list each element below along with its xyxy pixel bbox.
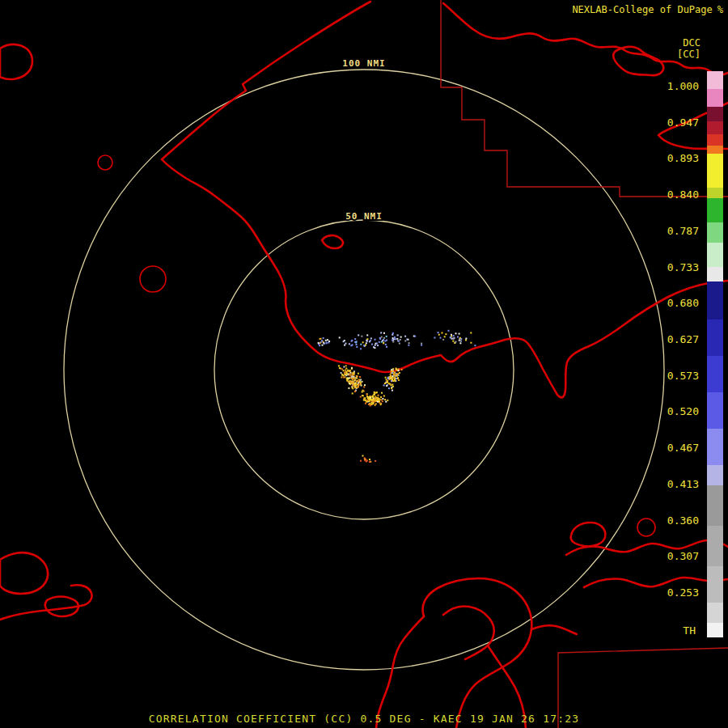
radar-echoes [318, 330, 476, 463]
colorbar-segment [707, 89, 723, 107]
colorbar [707, 71, 723, 637]
coastline [566, 540, 728, 555]
site-title-row: NEXLAB-College of DuPage% [572, 4, 723, 15]
coastline [571, 523, 606, 546]
coastline [376, 616, 424, 728]
colorbar-segment [707, 566, 723, 603]
colorbar-threshold-label: TH [683, 624, 696, 637]
colorbar-segment [707, 146, 723, 154]
colorbar-segment [707, 603, 723, 623]
coastline [322, 235, 343, 248]
colorbar-segment [707, 623, 723, 637]
colorbar-segment [707, 154, 723, 188]
colorbar-segment [707, 222, 723, 243]
colorbar-segment [707, 198, 723, 222]
range-ring-label: 50 NMI [345, 211, 383, 222]
range-ring-50nmi [214, 220, 514, 519]
colorbar-segment [707, 392, 723, 429]
radar-map-canvas: 100 NMI50 NMI [0, 0, 728, 728]
title-mark: % [717, 4, 723, 15]
range-ring-label: 100 NMI [342, 58, 385, 69]
coastline [505, 281, 728, 397]
colorbar-segment [707, 465, 723, 485]
colorbar-segment [707, 134, 723, 146]
coastline [531, 625, 577, 634]
coastline [0, 552, 48, 594]
coastline [162, 2, 505, 372]
colorbar-segment [707, 243, 723, 267]
colorbar-segment [707, 429, 723, 465]
radar-display: 100 NMI50 NMI NEXLAB-College of DuPage% … [0, 0, 728, 728]
colorbar-units-label: [CC] [677, 49, 700, 60]
product-caption: CORRELATION COEFFICIENT (CC) 0.5 DEG - K… [0, 713, 728, 725]
colorbar-segment [707, 121, 723, 134]
colorbar-segment [707, 107, 723, 121]
colorbar-segment [707, 356, 723, 392]
range-ring-100nmi [64, 70, 664, 670]
colorbar-segment [707, 188, 723, 198]
colorbar-segment [707, 71, 723, 89]
coastline [0, 44, 32, 79]
map-circle-feature [98, 155, 112, 170]
map-circle-feature [140, 266, 166, 292]
colorbar-product-label: DCC [683, 37, 700, 49]
map-circle-feature [637, 518, 655, 536]
colorbar-segment [707, 281, 723, 320]
state-boundary-line [441, 0, 728, 197]
colorbar-segment [707, 526, 723, 566]
colorbar-segment [707, 267, 723, 281]
colorbar-segment [707, 320, 723, 356]
colorbar-segment [707, 485, 723, 526]
site-title: NEXLAB-College of DuPage [572, 4, 712, 15]
